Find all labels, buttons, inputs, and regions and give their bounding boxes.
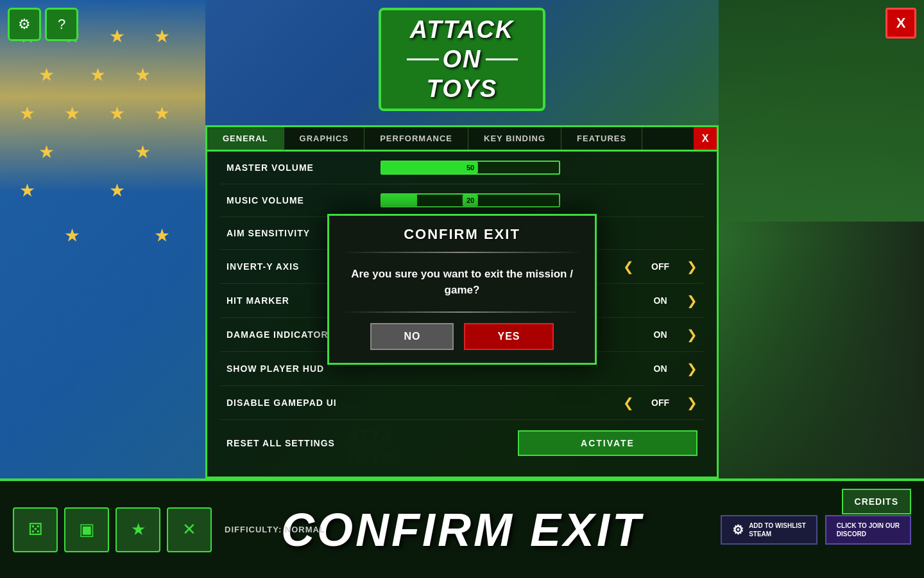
dialog-yes-button[interactable]: YES xyxy=(464,323,553,350)
dialog-buttons: NO YES xyxy=(329,323,595,363)
confirm-exit-dialog: CONFIRM EXIT Are you sure you want to ex… xyxy=(327,214,597,365)
dialog-title: CONFIRM EXIT xyxy=(329,216,595,249)
dialog-no-button[interactable]: NO xyxy=(370,323,454,350)
dialog-overlay: CONFIRM EXIT Are you sure you want to ex… xyxy=(0,0,924,578)
dialog-message: Are you sure you want to exit the missio… xyxy=(329,256,595,311)
dialog-divider-top xyxy=(342,252,582,253)
dialog-divider-bottom xyxy=(342,311,582,313)
